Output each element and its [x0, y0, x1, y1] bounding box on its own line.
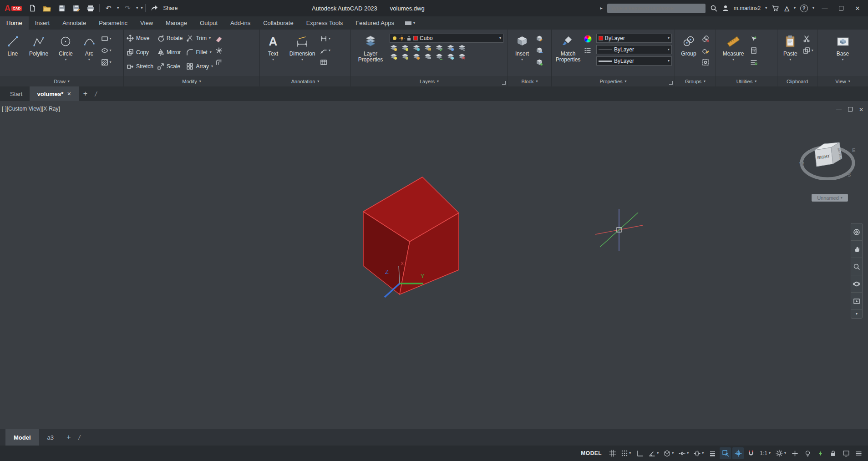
- 3d-object-snap-toggle[interactable]: [732, 447, 744, 459]
- write-block-button[interactable]: [536, 46, 548, 56]
- view-selector-dropdown-icon[interactable]: ▾: [841, 196, 843, 200]
- lineweight-select[interactable]: ByLayer ▾: [596, 56, 672, 66]
- table-button[interactable]: [320, 57, 344, 67]
- tab-addins[interactable]: Add-ins: [224, 16, 257, 30]
- window-maximize-button[interactable]: [835, 5, 847, 12]
- panel-label-draw[interactable]: Draw▾: [0, 76, 123, 86]
- show-motion-icon[interactable]: [851, 293, 862, 310]
- layer-delete-button[interactable]: [458, 53, 466, 60]
- layer-select-dropdown-icon[interactable]: ▾: [499, 36, 501, 40]
- pan-hand-icon[interactable]: [851, 241, 862, 258]
- undo-icon[interactable]: ↶: [102, 2, 114, 14]
- paste-dropdown-icon[interactable]: ▾: [789, 58, 791, 61]
- copy-clip-dropdown-icon[interactable]: ▾: [812, 49, 813, 52]
- copy-button[interactable]: Copy: [126, 47, 154, 58]
- named-view-selector[interactable]: Unnamed▾: [812, 194, 848, 202]
- polyline-button[interactable]: Polyline: [25, 31, 52, 76]
- polar-dropdown-icon[interactable]: ▾: [657, 451, 659, 455]
- linear-dimension-button[interactable]: ▾: [320, 34, 344, 44]
- navbar-dropdown-icon[interactable]: ▾: [851, 310, 862, 318]
- quick-calc-button[interactable]: [750, 46, 764, 56]
- user-avatar-icon[interactable]: [722, 5, 729, 12]
- search-input[interactable]: [611, 5, 702, 11]
- base-dropdown-icon[interactable]: ▾: [842, 58, 843, 61]
- compass-east[interactable]: E: [852, 147, 855, 153]
- layer-make-current-button[interactable]: [435, 44, 443, 51]
- isometric-drafting-toggle[interactable]: ▾: [662, 447, 675, 459]
- help-dropdown-icon[interactable]: ▾: [812, 6, 814, 10]
- new-layout-button[interactable]: +: [62, 429, 76, 446]
- properties-dialog-launcher-icon[interactable]: [669, 81, 673, 85]
- save-icon[interactable]: [56, 2, 67, 14]
- isolate-objects-button[interactable]: [802, 447, 813, 459]
- explode-button[interactable]: [215, 46, 227, 56]
- tab-manage[interactable]: Manage: [159, 16, 193, 30]
- search-box[interactable]: [607, 4, 706, 13]
- line-button[interactable]: Line: [2, 31, 23, 76]
- workspace-dropdown-icon[interactable]: ▾: [784, 451, 786, 455]
- circle-button[interactable]: Circle ▾: [54, 31, 77, 76]
- arc-dropdown-icon[interactable]: ▾: [88, 58, 90, 61]
- array-dropdown-icon[interactable]: ▾: [211, 65, 213, 68]
- panel-label-groups[interactable]: Groups▾: [675, 76, 716, 86]
- text-button[interactable]: A Text ▾: [262, 31, 284, 76]
- new-file-icon[interactable]: [26, 2, 38, 14]
- tab-annotate[interactable]: Annotate: [56, 16, 92, 30]
- leader-dropdown-icon[interactable]: ▾: [329, 49, 330, 52]
- ribbon-display-toggle[interactable]: ▾: [401, 16, 420, 30]
- username[interactable]: m.martins2: [734, 5, 761, 11]
- drawing-area[interactable]: [-][Custom View][X-Ray] — ✕ Z Y X: [0, 101, 868, 429]
- annotation-scale-dropdown-icon[interactable]: ▾: [769, 451, 771, 455]
- tab-insert[interactable]: Insert: [29, 16, 56, 30]
- mirror-button[interactable]: Mirror: [156, 47, 183, 58]
- properties-list-icon[interactable]: [584, 46, 595, 56]
- redo-icon[interactable]: ↷: [122, 2, 133, 14]
- panel-label-properties[interactable]: Properties▾: [552, 76, 675, 86]
- share-icon[interactable]: [148, 2, 160, 14]
- cart-icon[interactable]: [772, 5, 780, 12]
- layer-unisolate-button[interactable]: [401, 53, 409, 60]
- viewport-minimize-icon[interactable]: —: [836, 106, 842, 113]
- ortho-mode-toggle[interactable]: [634, 447, 645, 459]
- offset-button[interactable]: [215, 57, 227, 67]
- autocad-logo[interactable]: ACAD: [3, 4, 24, 13]
- cut-button[interactable]: [803, 34, 815, 44]
- hatch-button[interactable]: ▾: [101, 57, 122, 67]
- zoom-icon[interactable]: [851, 258, 862, 275]
- panel-label-clipboard[interactable]: Clipboard: [777, 76, 817, 86]
- tab-output[interactable]: Output: [193, 16, 224, 30]
- trim-dropdown-icon[interactable]: ▾: [209, 36, 211, 40]
- window-close-button[interactable]: ✕: [852, 5, 863, 12]
- dimension-dropdown-icon[interactable]: ▾: [301, 58, 303, 61]
- panel-label-layers[interactable]: Layers▾: [351, 76, 508, 86]
- graphics-performance-toggle[interactable]: [815, 447, 826, 459]
- lineweight-toggle[interactable]: [707, 447, 718, 459]
- tab-parametric[interactable]: Parametric: [92, 16, 134, 30]
- id-point-button[interactable]: [750, 57, 764, 67]
- clean-screen-toggle[interactable]: [840, 447, 852, 459]
- color-wheel-icon[interactable]: [584, 34, 595, 44]
- scale-button[interactable]: Scale: [156, 61, 183, 72]
- text-dropdown-icon[interactable]: ▾: [272, 58, 274, 61]
- lock-ui-toggle[interactable]: [827, 447, 839, 459]
- dimension-button[interactable]: Dimension ▾: [286, 31, 319, 76]
- viewport-controls-label[interactable]: [-][Custom View][X-Ray]: [2, 106, 60, 112]
- share-button[interactable]: Share: [163, 5, 178, 11]
- grid-display-toggle[interactable]: [607, 447, 618, 459]
- layers-dialog-launcher-icon[interactable]: [502, 81, 506, 85]
- paste-button[interactable]: Paste ▾: [779, 31, 802, 76]
- dynamic-ucs-toggle[interactable]: [745, 447, 756, 459]
- layer-thaw-button[interactable]: [412, 53, 421, 60]
- panel-label-block[interactable]: Block▾: [508, 76, 551, 86]
- object-color-select[interactable]: ByLayer ▾: [596, 34, 672, 43]
- tab-express-tools[interactable]: Express Tools: [300, 16, 350, 30]
- block-attributes-button[interactable]: [536, 57, 548, 67]
- layer-on-button[interactable]: [390, 53, 398, 60]
- autodesk-app-icon[interactable]: △: [784, 5, 789, 12]
- file-tab-volumes[interactable]: volumes*✕: [30, 86, 78, 101]
- snap-mode-toggle[interactable]: ▾: [619, 447, 633, 459]
- save-as-icon[interactable]: [70, 2, 82, 14]
- group-edit-button[interactable]: [702, 46, 714, 56]
- ungroup-button[interactable]: [702, 34, 714, 44]
- viewcube[interactable]: RIGHT BOTTOM W E S: [797, 135, 858, 180]
